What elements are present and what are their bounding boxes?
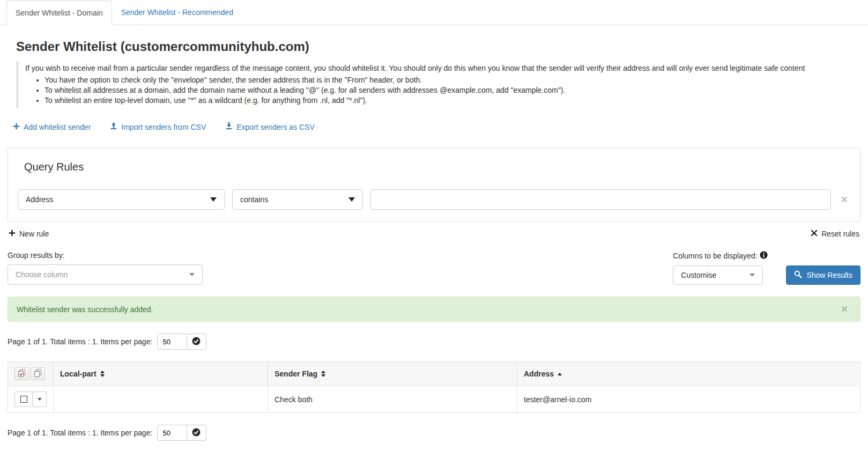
- info-intro: If you wish to receive mail from a parti…: [25, 64, 860, 72]
- whitelist-table: Local-part Sender Flag Address: [8, 361, 860, 413]
- download-icon: [225, 122, 233, 131]
- items-per-page-input[interactable]: [157, 334, 187, 350]
- tab-bar: Sender Whitelist - Domain Sender Whiteli…: [0, 0, 868, 25]
- tab-sender-whitelist-domain[interactable]: Sender Whitelist - Domain: [6, 1, 112, 25]
- x-icon: [811, 230, 818, 238]
- pagination-summary: Page 1 of 1. Total items : 1. Items per …: [8, 429, 153, 437]
- group-by-label: Group results by:: [8, 251, 203, 260]
- sort-local-part[interactable]: Local-part: [60, 370, 105, 378]
- reset-rules-link[interactable]: Reset rules: [811, 230, 859, 238]
- action-links: Add whitelist sender Import senders from…: [13, 122, 860, 131]
- select-all-icon: [18, 369, 26, 379]
- add-whitelist-sender-link[interactable]: Add whitelist sender: [13, 123, 91, 131]
- deselect-all-icon: [34, 369, 42, 379]
- columns-controls: Columns to be displayed: Customise Show …: [673, 251, 860, 285]
- rules-actions-row: New rule Reset rules: [9, 230, 859, 238]
- query-rule-row: Address contains ✕: [17, 189, 851, 210]
- alert-close-icon[interactable]: ✕: [838, 304, 851, 315]
- group-by-section: Group results by: Choose column: [8, 251, 203, 285]
- rule-operator-select[interactable]: contains: [232, 189, 363, 210]
- row-actions-dropdown[interactable]: [33, 391, 47, 407]
- row-checkbox[interactable]: [14, 391, 33, 407]
- pagination-summary: Page 1 of 1. Total items : 1. Items per …: [8, 337, 153, 346]
- new-rule-label: New rule: [19, 230, 49, 238]
- apply-per-page-button[interactable]: [187, 334, 206, 350]
- select-all-button[interactable]: [14, 367, 29, 380]
- results-controls-row: Group results by: Choose column Columns …: [8, 251, 860, 285]
- select-column-header: [8, 362, 54, 386]
- sort-ascending-icon: [558, 373, 562, 375]
- info-bullet-list: You have the option to check only the "e…: [25, 76, 860, 105]
- items-per-page-group: [157, 425, 206, 441]
- group-by-select[interactable]: Choose column: [8, 264, 203, 285]
- columns-display-label: Columns to be displayed:: [673, 252, 757, 260]
- info-bullet: To whitelist an entire top-level domain,…: [44, 96, 860, 105]
- chevron-down-icon: [38, 398, 42, 401]
- table-header-row: Local-part Sender Flag Address: [8, 362, 860, 386]
- apply-per-page-button[interactable]: [187, 425, 206, 441]
- pagination-bottom: Page 1 of 1. Total items : 1. Items per …: [8, 425, 860, 441]
- new-rule-link[interactable]: New rule: [9, 230, 49, 238]
- check-circle-icon: [192, 337, 201, 347]
- address-cell: tester@arnel-io.com: [517, 386, 860, 413]
- local-part-cell: [54, 386, 268, 413]
- chevron-down-icon: [750, 274, 755, 277]
- query-rules-panel: Query Rules Address contains ✕: [8, 147, 860, 222]
- plus-icon: [9, 230, 16, 238]
- address-header-label: Address: [524, 370, 554, 378]
- row-select-cell: [8, 386, 54, 413]
- page-title: Sender Whitelist (customercommunityhub.c…: [16, 39, 860, 54]
- chevron-down-icon: [348, 197, 355, 202]
- success-alert-message: Whitelist sender was successfully added.: [17, 305, 153, 314]
- sort-address[interactable]: Address: [524, 370, 562, 378]
- rule-value-input[interactable]: [370, 189, 831, 210]
- info-block: If you wish to receive mail from a parti…: [16, 61, 860, 108]
- group-by-placeholder: Choose column: [16, 270, 68, 279]
- column-header-address: Address: [517, 362, 860, 386]
- chevron-down-icon: [189, 273, 195, 276]
- pagination-top: Page 1 of 1. Total items : 1. Items per …: [8, 334, 860, 350]
- show-results-label: Show Results: [806, 271, 852, 279]
- columns-select-value: Customise: [681, 271, 716, 279]
- reset-rules-label: Reset rules: [821, 230, 859, 238]
- export-senders-csv-link[interactable]: Export senders as CSV: [225, 122, 315, 131]
- tab-sender-whitelist-recommended[interactable]: Sender Whitelist - Recommended: [112, 0, 242, 25]
- checkbox-icon: [20, 396, 27, 403]
- sort-sender-flag[interactable]: Sender Flag: [275, 370, 325, 378]
- columns-display-section: Columns to be displayed: Customise: [673, 251, 768, 285]
- query-rules-title: Query Rules: [24, 161, 851, 173]
- sender-flag-cell: Check both: [268, 386, 517, 413]
- check-circle-icon: [192, 428, 201, 438]
- search-icon: [794, 270, 802, 280]
- rule-field-value: Address: [26, 195, 53, 204]
- import-senders-label: Import senders from CSV: [121, 123, 206, 131]
- deselect-all-button[interactable]: [31, 367, 45, 380]
- column-header-local-part: Local-part: [54, 362, 268, 386]
- local-part-header-label: Local-part: [60, 370, 97, 378]
- add-whitelist-sender-label: Add whitelist sender: [24, 123, 91, 131]
- info-bullet: To whitelist all addresses at a domain, …: [44, 86, 860, 94]
- show-results-button[interactable]: Show Results: [786, 265, 860, 285]
- info-bullet: You have the option to check only the "e…: [44, 76, 860, 84]
- chevron-down-icon: [210, 197, 217, 202]
- success-alert: Whitelist sender was successfully added.…: [8, 297, 860, 322]
- info-icon[interactable]: [760, 251, 768, 261]
- table-row: Check both tester@arnel-io.com: [8, 386, 860, 413]
- upload-icon: [110, 122, 117, 131]
- rule-operator-value: contains: [240, 195, 268, 204]
- import-senders-csv-link[interactable]: Import senders from CSV: [110, 122, 206, 131]
- sort-icon: [100, 371, 105, 377]
- items-per-page-input[interactable]: [157, 425, 187, 441]
- plus-icon: [13, 123, 20, 131]
- export-senders-label: Export senders as CSV: [236, 123, 315, 131]
- rule-field-select[interactable]: Address: [18, 189, 225, 210]
- column-header-sender-flag: Sender Flag: [268, 362, 517, 386]
- remove-rule-button[interactable]: ✕: [839, 194, 850, 205]
- sort-icon: [321, 371, 325, 377]
- sender-flag-header-label: Sender Flag: [275, 370, 317, 378]
- columns-select[interactable]: Customise: [673, 265, 763, 285]
- items-per-page-group: [157, 334, 206, 350]
